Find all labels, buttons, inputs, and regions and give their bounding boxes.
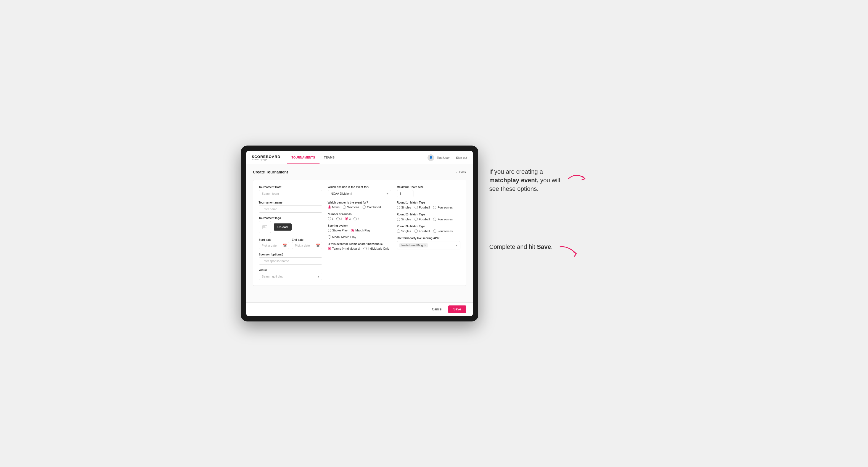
api-tag: Leaderboard King ✕ [399,243,428,247]
venue-input[interactable] [259,273,322,280]
avatar: 👤 [428,154,434,161]
api-tag-remove-icon[interactable]: ✕ [424,244,426,247]
round2-fourball-option[interactable]: Fourball [414,218,430,221]
round1-match-section: Round 1 - Match Type Singles Fourball [397,201,460,209]
round2-fourball-radio[interactable] [414,218,418,221]
rounds-group: Number of rounds 1 2 [328,213,391,220]
round2-foursomes-radio[interactable] [433,218,436,221]
scoring-label: Scoring system [328,224,391,227]
scoring-medal-option[interactable]: Medal Match Play [328,235,356,239]
gender-mens-option[interactable]: Mens [328,206,340,209]
division-select[interactable]: NCAA Division I NCAA Division II NCAA Di… [328,190,391,197]
round3-singles-option[interactable]: Singles [397,229,411,233]
division-label: Which division is the event for? [328,186,391,189]
gender-label: Which gender is the event for? [328,201,391,204]
svg-rect-0 [262,225,267,229]
round3-fourball-radio[interactable] [414,229,418,233]
annotation-top: If you are creating a matchplay event, y… [489,168,627,193]
round-1-option[interactable]: 1 [328,217,334,220]
scoring-match-radio[interactable] [351,229,354,232]
round3-singles-radio[interactable] [397,229,400,233]
gender-combined-radio[interactable] [363,206,366,209]
start-date-wrapper: 📅 [259,242,289,249]
round1-fourball-option[interactable]: Fourball [414,206,430,209]
gender-mens-radio[interactable] [328,206,331,209]
round1-fourball-radio[interactable] [414,206,418,209]
end-date-input[interactable] [292,242,322,249]
round2-singles-radio[interactable] [397,218,400,221]
round2-foursomes-option[interactable]: Foursomes [433,218,453,221]
tab-tournaments[interactable]: TOURNAMENTS [287,151,319,164]
round-4-radio[interactable] [353,217,357,220]
teams-plus-label: Teams (+Individuals) [332,247,360,250]
scoring-stroke-option[interactable]: Stroke Play [328,229,348,232]
nav-tabs: TOURNAMENTS TEAMS [287,151,339,164]
individuals-only-option[interactable]: Individuals Only [364,247,390,250]
teams-plus-radio[interactable] [328,247,331,250]
round2-match-section: Round 2 - Match Type Singles Fourball [397,213,460,221]
tournament-logo-label: Tournament logo [259,217,322,220]
date-group: Start date 📅 End date [259,237,322,249]
rounds-radio-group: 1 2 3 [328,217,391,220]
back-link[interactable]: ← Back [456,170,466,174]
max-team-size-input[interactable] [397,190,413,197]
round3-match-options: Singles Fourball Foursomes [397,229,460,233]
sponsor-input[interactable] [259,257,322,264]
round2-singles-option[interactable]: Singles [397,218,411,221]
main-content: Create Tournament ← Back Tournament Host… [246,164,473,302]
max-team-size-label: Maximum Team Size [397,186,460,189]
tournament-host-input[interactable] [259,190,322,197]
scoring-group: Scoring system Stroke Play Match Play [328,224,391,239]
round3-foursomes-option[interactable]: Foursomes [433,229,453,233]
tablet-frame: SCOREBOARD Powered by clippit TOURNAMENT… [241,146,478,321]
start-date-input[interactable] [259,242,289,249]
nav-brand: SCOREBOARD Powered by clippit [252,155,281,160]
tournament-host-label: Tournament Host [259,186,322,189]
round1-foursomes-option[interactable]: Foursomes [433,206,453,209]
teams-plus-option[interactable]: Teams (+Individuals) [328,247,360,250]
individuals-only-radio[interactable] [364,247,367,250]
nav-right: 👤 Test User | Sign out [428,154,467,161]
api-group: Use third-party live scoring API? Leader… [397,237,460,249]
gender-group: Which gender is the event for? Mens Wome… [328,201,391,209]
round3-foursomes-radio[interactable] [433,229,436,233]
gender-womens-radio[interactable] [343,206,346,209]
teams-group: Is this event for Teams and/or Individua… [328,243,391,250]
brand-title: SCOREBOARD [252,155,281,158]
gender-womens-option[interactable]: Womens [343,206,359,209]
tournament-name-input[interactable] [259,206,322,213]
form-grid: Tournament Host Tournament name Tourname… [253,180,466,286]
gender-combined-option[interactable]: Combined [363,206,381,209]
start-date-label: Start date [259,238,272,241]
venue-select-wrapper: ▼ [259,273,322,280]
save-button[interactable]: Save [448,306,466,313]
round-1-radio[interactable] [328,217,331,220]
signout-link[interactable]: Sign out [456,156,467,159]
tournament-host-group: Tournament Host [259,186,322,197]
round-2-radio[interactable] [336,217,340,220]
round1-foursomes-radio[interactable] [433,206,436,209]
tab-teams[interactable]: TEAMS [319,151,339,164]
round3-match-section: Round 3 - Match Type Singles Fourball [397,225,460,233]
round-3-option[interactable]: 3 [345,217,351,220]
api-select-wrapper[interactable]: Leaderboard King ✕ ▼ [397,241,460,249]
date-row: Start date 📅 End date [259,237,322,249]
annotation-bottom-text: Complete and hit Save. [489,243,553,251]
round1-singles-radio[interactable] [397,206,400,209]
round-4-option[interactable]: 4 [353,217,359,220]
scoring-match-option[interactable]: Match Play [351,229,370,232]
round1-match-options: Singles Fourball Foursomes [397,206,460,209]
scoring-stroke-radio[interactable] [328,229,331,232]
cancel-button[interactable]: Cancel [429,306,445,313]
round2-match-label: Round 2 - Match Type [397,213,460,216]
round-3-radio[interactable] [345,217,348,220]
upload-button[interactable]: Upload [274,223,291,230]
venue-chevron-icon: ▼ [317,275,320,278]
round-2-option[interactable]: 2 [336,217,342,220]
scoring-medal-radio[interactable] [328,235,331,239]
scoring-stroke-label: Stroke Play [332,229,348,232]
teams-radio-group: Teams (+Individuals) Individuals Only [328,247,391,250]
round3-fourball-option[interactable]: Fourball [414,229,430,233]
venue-group: Venue ▼ [259,269,322,280]
round1-singles-option[interactable]: Singles [397,206,411,209]
